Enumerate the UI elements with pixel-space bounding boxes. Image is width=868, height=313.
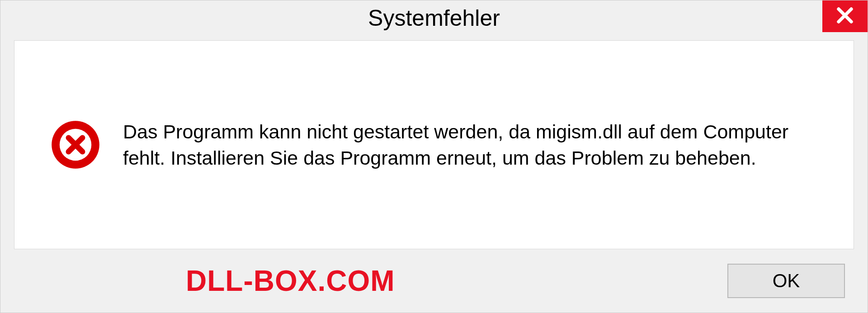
ok-button[interactable]: OK bbox=[727, 264, 845, 298]
close-button[interactable] bbox=[822, 0, 868, 32]
dialog-title: Systemfehler bbox=[368, 5, 500, 31]
error-message: Das Programm kann nicht gestartet werden… bbox=[123, 119, 826, 171]
titlebar: Systemfehler bbox=[0, 0, 868, 36]
close-icon bbox=[835, 6, 854, 27]
error-icon bbox=[51, 120, 100, 170]
watermark-text: DLL-BOX.COM bbox=[186, 264, 395, 298]
content-panel: Das Programm kann nicht gestartet werden… bbox=[14, 40, 854, 249]
dialog-footer: DLL-BOX.COM OK bbox=[0, 249, 868, 313]
error-dialog: Systemfehler Das Programm kann nicht ges… bbox=[0, 0, 868, 313]
